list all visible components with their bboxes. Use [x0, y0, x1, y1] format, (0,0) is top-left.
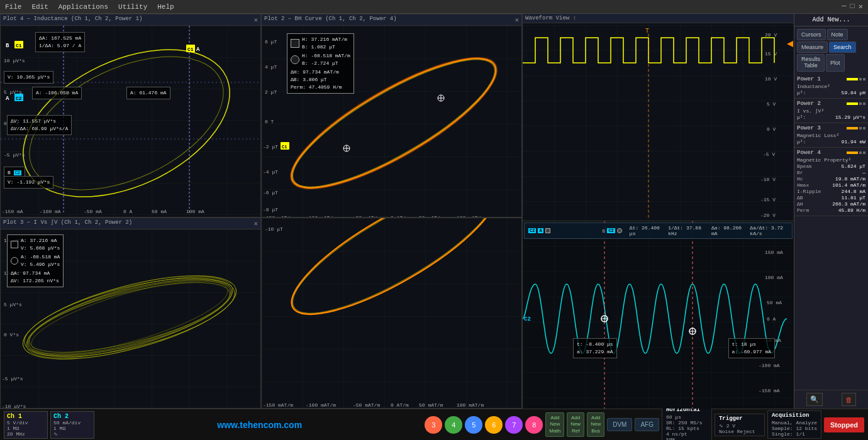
svg-text:-15 V: -15 V [760, 197, 776, 202]
waveform-area: Waveform View ↕ 20 V 15 V 10 V 5 V 0 V -… [522, 14, 794, 409]
svg-text:-150 mA: -150 mA [2, 209, 23, 214]
search-button[interactable]: Search [829, 41, 856, 53]
svg-text:-5 V: -5 V [763, 151, 775, 157]
svg-text:T: T [645, 28, 649, 35]
svg-text:6 μT: 6 μT [265, 39, 277, 45]
trigger-title: Trigger [719, 415, 760, 422]
horizontal-scale: 60 μs [666, 414, 708, 420]
num-button-3[interactable]: 3 [425, 416, 442, 434]
svg-text:0 V*s: 0 V*s [4, 332, 19, 338]
num-button-8[interactable]: 8 [525, 416, 543, 434]
svg-text:-150 mAT/m: -150 mAT/m [263, 402, 293, 408]
minimize-button[interactable]: ─ [842, 2, 846, 11]
svg-text:-100 mAT/m: -100 mAT/m [306, 215, 336, 217]
menu-help[interactable]: Help [157, 3, 174, 11]
svg-text:-100 mA: -100 mA [40, 209, 61, 214]
stopped-button[interactable]: Stopped [824, 417, 864, 432]
svg-text:5 μV*s: 5 μV*s [4, 302, 22, 307]
svg-text:-10 μT: -10 μT [265, 226, 283, 232]
waveform-top-svg: 20 V 15 V 10 V 5 V 0 V -5 V -10 V -15 V … [523, 25, 794, 221]
plot2-title: Plot 2 – BH Curve (Ch 1, Ch 2, Power 4) … [262, 14, 521, 26]
add-new-ref-button[interactable]: AddNewRef [567, 412, 584, 437]
svg-text:-6 μT: -6 μT [263, 190, 278, 195]
menu-applications[interactable]: Applications [58, 3, 108, 11]
svg-text:50 mAT/m: 50 mAT/m [419, 215, 443, 217]
num-button-7[interactable]: 7 [505, 416, 523, 434]
cursor-measurement-bar: C2 A B C2 Δt: 26.400 μs 1/Δt: 37.88 kHz … [524, 223, 793, 239]
add-new-math-button[interactable]: AddNewMath [545, 412, 564, 437]
power4-section: Power 4 Magnetic Property² Bpeak5.824 μT… [794, 148, 868, 216]
svg-text:100 mA: 100 mA [765, 275, 783, 280]
menu-edit[interactable]: Edit [31, 3, 48, 11]
svg-text:0 AT/m: 0 AT/m [391, 402, 409, 408]
plot2-perm: Perm: 47.4059 H/m [291, 84, 350, 91]
acquisition-section[interactable]: Acquisition Manual, Analyze Sample: 12 b… [767, 410, 821, 439]
plot2-close-button[interactable]: ✕ [515, 16, 519, 24]
num-button-5[interactable]: 5 [465, 416, 482, 434]
svg-text:-50 mAT/m: -50 mAT/m [353, 215, 380, 217]
menu-utility[interactable]: Utility [118, 3, 147, 11]
maximize-button[interactable]: □ [850, 2, 855, 11]
svg-text:-10 V: -10 V [760, 177, 776, 182]
power2-label: Power 2 [797, 101, 821, 107]
horizontal-position: 50% [666, 437, 708, 440]
afg-button[interactable]: AFG [635, 418, 659, 431]
cursor1-annot: t: -8.400 μs a: 37.229 mA [573, 338, 617, 358]
results-table-button[interactable]: Results Table [797, 54, 825, 72]
svg-text:-8 μT: -8 μT [263, 207, 278, 212]
plot2-db: ΔB: 3.806 μT [291, 76, 350, 84]
ch2-info[interactable]: Ch 2 50 mA/div 1 MΩ ∿ [50, 411, 94, 439]
svg-text:4 μT: 4 μT [265, 64, 277, 70]
dvm-button[interactable]: DVM [607, 418, 632, 431]
svg-text:50 mAT/m: 50 mAT/m [419, 402, 443, 408]
logo-text: www.tehencom.com [217, 420, 302, 430]
delta-t: Δt: 26.400 μs [630, 225, 660, 236]
da-dt: Δa/Δt: 3.72 kA/s [750, 225, 788, 236]
horizontal-section[interactable]: Horizontal 60 μs SR: 250 MS/s RL: 15 kpt… [662, 405, 712, 440]
svg-text:-150 mAT/m: -150 mAT/m [263, 215, 293, 217]
svg-text:0 A: 0 A [123, 209, 133, 214]
plot3-close-button[interactable]: ✕ [253, 219, 258, 228]
ch1-info[interactable]: Ch 1 5 V/div 1 MΩ 20 MHz [4, 411, 48, 439]
acquisition-title: Acquisition [772, 412, 817, 419]
zoom-icon-button[interactable]: 🔍 [806, 393, 823, 406]
cursors-button[interactable]: Cursors [797, 29, 826, 40]
plots-bottom-row: Plot 3 – I Vs ∫V (Ch 1, Ch 2, Power 2) ✕ [0, 217, 522, 409]
plot1-panel: Plot 4 – Inductance (Ch 1, Ch 2, Power 1… [0, 14, 261, 217]
plot3-panel: Plot 3 – I Vs ∫V (Ch 1, Ch 2, Power 2) ✕ [0, 217, 261, 409]
svg-text:-5 μV*s: -5 μV*s [2, 376, 23, 382]
svg-text:C1: C1 [282, 145, 287, 150]
plot1-annot-a-pos: A: 61.476 mA [126, 87, 170, 99]
num-button-6[interactable]: 6 [485, 416, 503, 434]
measure-button[interactable]: Measure [797, 41, 828, 53]
plot3-dv: ΔV: 172.265 nV*s [11, 277, 60, 285]
plot1-close-button[interactable]: ✕ [253, 16, 258, 24]
svg-text:-100 mA: -100 mA [759, 363, 780, 368]
add-new-bus-button[interactable]: AddNewBus [587, 412, 604, 437]
power2-name: I vs. ∫V² [797, 108, 824, 114]
note-button[interactable]: Note [827, 29, 848, 40]
power4-label: Power 4 [797, 150, 821, 156]
power3-mu-value: 91.94 mW [842, 139, 865, 145]
plot3-annot: A: 37.216 mA V: 5.668 μV*s A: -60.518 mA… [7, 234, 64, 287]
power1-mu-label: μ²: [797, 90, 806, 96]
svg-text:100 mAT/m: 100 mAT/m [457, 402, 484, 408]
svg-rect-82 [523, 25, 794, 221]
trigger-section[interactable]: Trigger ∿ 2 V Noise Reject [715, 414, 765, 436]
close-button[interactable]: ✕ [859, 2, 863, 11]
trash-icon-button[interactable]: 🗑 [842, 393, 856, 406]
svg-rect-95 [523, 221, 794, 409]
svg-text:-50 mA: -50 mA [84, 209, 102, 214]
power2-mu-label: μ²: [797, 114, 806, 120]
trigger-noise-reject: Noise Reject [719, 429, 760, 434]
menu-file[interactable]: File [5, 3, 21, 11]
main-area: Plot 4 – Inductance (Ch 1, Ch 2, Power 1… [0, 14, 868, 409]
plot3-v2: V: 5.496 μV*s [21, 261, 60, 268]
svg-text:-100 mAT/m: -100 mAT/m [306, 402, 336, 408]
cursor2-annot: t: 18 μs a: -60.977 mA [728, 338, 775, 358]
svg-text:150 mA: 150 mA [765, 250, 783, 255]
delta-a: Δa: 98.206 mA [711, 225, 742, 236]
power4-name: Magnetic Property² [797, 157, 851, 163]
plot-button[interactable]: Plot [826, 54, 845, 72]
num-button-4[interactable]: 4 [445, 416, 462, 434]
